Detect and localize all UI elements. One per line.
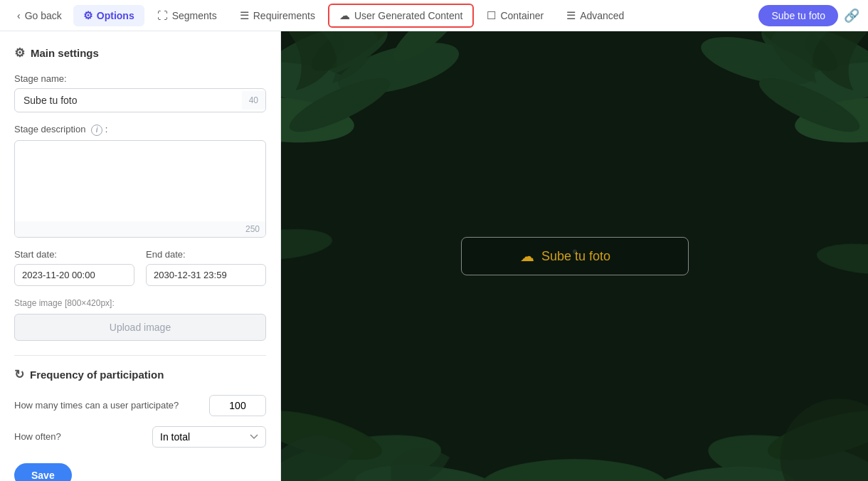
stage-description-field: Stage description i : 250	[14, 124, 266, 238]
upload-image-button[interactable]: Upload image	[14, 314, 266, 341]
preview-background: ☁ Sube tu foto	[281, 31, 868, 481]
end-date-input[interactable]	[146, 264, 266, 286]
how-often-select[interactable]: In total Per day Per week Per month	[152, 426, 266, 448]
right-panel: ☁ Sube tu foto	[281, 31, 868, 481]
settings-gear-icon: ⚙	[14, 46, 25, 60]
container-icon: ☐	[487, 9, 496, 22]
stage-name-char-count: 40	[242, 91, 265, 110]
how-many-label: How many times can a user participate?	[14, 400, 179, 411]
frequency-header: ↻ Frequency of participation	[14, 367, 266, 382]
nav-segments[interactable]: ⛶ Segments	[147, 5, 227, 26]
top-nav: ‹ Go back ⚙ Options ⛶ Segments ☰ Require…	[0, 0, 868, 31]
nav-requirements[interactable]: ☰ Requirements	[230, 5, 325, 26]
ugc-icon: ☁	[339, 9, 350, 22]
container-label: Container	[500, 10, 544, 21]
how-often-row: How often? In total Per day Per week Per…	[14, 426, 266, 448]
preview-upload-button[interactable]: ☁ Sube tu foto	[461, 237, 689, 275]
stage-name-input-row: 40	[14, 88, 266, 112]
end-date-field: End date:	[146, 249, 266, 286]
how-many-input[interactable]	[209, 395, 266, 416]
requirements-icon: ☰	[240, 9, 249, 22]
left-panel: ⚙ Main settings Stage name: 40 Stage des…	[0, 31, 281, 481]
start-date-input[interactable]	[14, 264, 134, 286]
frequency-section: ↻ Frequency of participation How many ti…	[14, 367, 266, 448]
advanced-label: Advanced	[580, 10, 624, 21]
end-date-label: End date:	[146, 249, 266, 260]
stage-image-field: Stage image [800×420px]: Upload image	[14, 297, 266, 341]
textarea-footer: 250	[15, 221, 265, 237]
options-icon: ⚙	[83, 9, 92, 22]
stage-name-input[interactable]	[15, 89, 242, 112]
start-date-label: Start date:	[14, 249, 134, 260]
arrow-left-icon: ‹	[17, 10, 21, 21]
go-back-label: Go back	[25, 10, 62, 21]
dates-row: Start date: End date:	[14, 249, 266, 286]
nav-right: Sube tu foto 🔗	[758, 5, 859, 26]
nav-advanced[interactable]: ☰ Advanced	[556, 5, 634, 26]
how-many-row: How many times can a user participate?	[14, 395, 266, 416]
link-icon[interactable]: 🔗	[844, 8, 859, 23]
go-back-button[interactable]: ‹ Go back	[9, 6, 70, 26]
segments-label: Segments	[172, 10, 217, 21]
main-layout: ⚙ Main settings Stage name: 40 Stage des…	[0, 31, 868, 481]
nav-ugc[interactable]: ☁ User Generated Content	[328, 4, 475, 28]
stage-description-textarea[interactable]	[15, 141, 265, 219]
description-info-icon[interactable]: i	[91, 125, 102, 136]
stage-description-wrap: 250	[14, 140, 266, 238]
frequency-icon: ↻	[14, 367, 24, 382]
start-date-field: Start date:	[14, 249, 134, 286]
advanced-icon: ☰	[566, 9, 576, 22]
preview-upload-label: Sube tu foto	[541, 249, 610, 264]
preview-upload-icon: ☁	[520, 248, 534, 265]
sube-tu-foto-button[interactable]: Sube tu foto	[758, 5, 838, 26]
save-button[interactable]: Save	[14, 463, 72, 481]
segments-icon: ⛶	[157, 9, 168, 21]
ugc-label: User Generated Content	[354, 10, 463, 21]
stage-image-label: Stage image [800×420px]:	[14, 297, 266, 308]
options-label: Options	[97, 10, 134, 21]
stage-name-label: Stage name:	[14, 73, 266, 84]
stage-description-label: Stage description i :	[14, 124, 266, 136]
nav-options[interactable]: ⚙ Options	[73, 5, 144, 26]
stage-name-field: Stage name: 40	[14, 73, 266, 112]
nav-container[interactable]: ☐ Container	[477, 5, 554, 26]
divider	[14, 355, 266, 356]
how-often-label: How often?	[14, 431, 61, 442]
textarea-char-count: 250	[245, 224, 260, 234]
requirements-label: Requirements	[253, 10, 315, 21]
main-settings-header: ⚙ Main settings	[14, 46, 266, 60]
